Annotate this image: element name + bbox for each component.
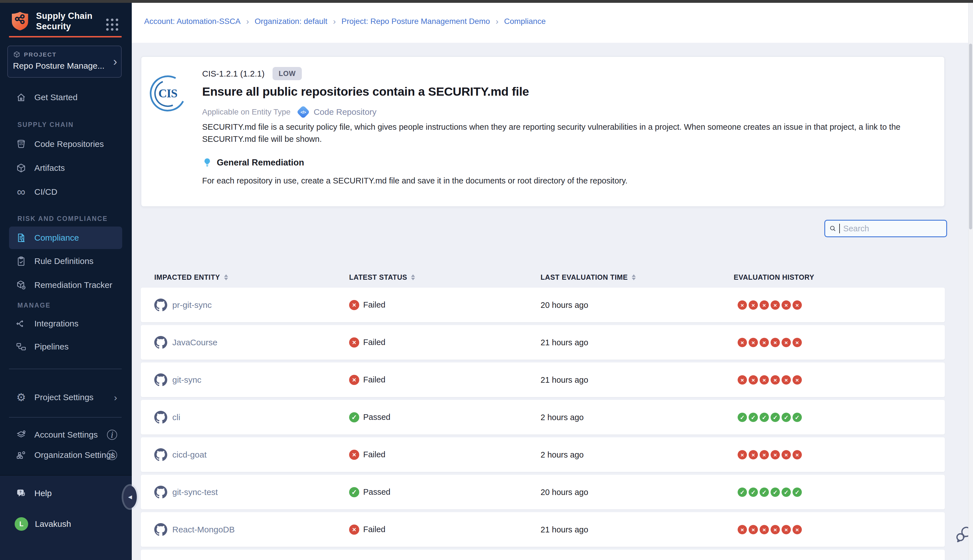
org-chart-gear-icon: [15, 448, 28, 462]
entity-name-link[interactable]: git-sync-test: [172, 487, 218, 497]
remediation-header: General Remediation: [203, 158, 304, 168]
sort-icon: [411, 274, 415, 280]
breadcrumb-account-link[interactable]: Account: Automation-SSCA: [144, 17, 240, 26]
sidebar-item-rule-definitions[interactable]: Rule Definitions: [9, 250, 122, 272]
entity-name-link[interactable]: JavaCourse: [172, 338, 217, 347]
text-caret: [839, 224, 840, 233]
info-icon[interactable]: i: [107, 450, 117, 460]
github-icon: [154, 373, 167, 387]
history-fail-icon: ×: [738, 338, 747, 347]
project-cube-icon: [13, 51, 20, 58]
breadcrumb-separator: ›: [333, 17, 336, 26]
status-label: Failed: [363, 450, 386, 459]
breadcrumb-compliance-link[interactable]: Compliance: [504, 17, 546, 26]
info-icon[interactable]: i: [107, 430, 117, 440]
breadcrumb-separator: ›: [496, 17, 498, 26]
sidebar-item-code-repositories[interactable]: </> Code Repositories: [9, 133, 122, 155]
table-row[interactable]: cli ✓ Passed 2 hours ago ✓✓✓✓✓✓: [141, 400, 945, 435]
app-title-line1: Supply Chain: [36, 11, 92, 21]
sidebar-item-pipelines[interactable]: Pipelines: [9, 335, 122, 358]
sidebar-section-manage: MANAGE: [17, 300, 51, 311]
infinity-icon: ∞: [15, 185, 28, 198]
sidebar-divider: [9, 417, 122, 418]
sidebar: Supply Chain Security PROJECT Repo Postu…: [0, 3, 132, 560]
evaluation-history: ××××××: [738, 338, 802, 347]
sidebar-item-user[interactable]: L Lavakush: [9, 513, 122, 535]
sidebar-collapse-button[interactable]: ◀: [124, 486, 137, 508]
table-row[interactable]: React-MongoDB × Failed 21 hours ago ××××…: [141, 512, 945, 547]
history-fail-icon: ×: [793, 450, 802, 459]
app-title-line2: Security: [36, 21, 92, 32]
main-scrollbar[interactable]: [968, 3, 973, 560]
history-fail-icon: ×: [759, 375, 769, 384]
status-label: Passed: [363, 413, 391, 422]
box-wrench-icon: [15, 278, 28, 292]
sidebar-item-cicd[interactable]: ∞ CI/CD: [9, 181, 122, 203]
artifact-box-icon: [15, 162, 28, 175]
github-icon: [154, 448, 167, 461]
table-header: IMPACTED ENTITY LATEST STATUS LAST EVALU…: [141, 267, 945, 287]
github-icon: [154, 336, 167, 349]
search-input[interactable]: [843, 224, 942, 233]
entity-name-link[interactable]: git-sync: [172, 375, 201, 385]
app-logo-row: Supply Chain Security: [11, 11, 92, 32]
github-icon: [154, 486, 167, 498]
sidebar-item-organization-settings[interactable]: Organization Settings i: [9, 444, 122, 466]
last-evaluation-time: 20 hours ago: [541, 300, 588, 310]
table-row[interactable]: cicd-goat × Failed 2 hours ago ××××××: [141, 437, 945, 472]
compliance-doc-icon: [15, 231, 28, 244]
sidebar-item-help[interactable]: ? Help: [9, 482, 122, 505]
entity-type-chip: </> Code Repository: [297, 107, 376, 117]
history-fail-icon: ×: [749, 338, 758, 347]
sidebar-item-project-settings[interactable]: ⚙ Project Settings ›: [9, 386, 122, 408]
history-fail-icon: ×: [781, 375, 791, 384]
status-label: Failed: [363, 375, 386, 384]
sidebar-item-integrations[interactable]: Integrations: [9, 312, 122, 335]
table-row[interactable]: pr-git-sync × Failed 20 hours ago ××××××: [141, 288, 945, 322]
status-icon: ×: [349, 375, 359, 385]
scrollbar-thumb[interactable]: [969, 43, 972, 229]
sidebar-item-get-started[interactable]: Get Started: [9, 86, 122, 108]
gear-icon: ⚙: [15, 391, 28, 404]
table-row[interactable]: git-sync-test ✓ Passed 20 hours ago ✓✓✓✓…: [141, 475, 945, 509]
table-row[interactable]: JavaCourse × Failed 21 hours ago ××××××: [141, 325, 945, 360]
table-row[interactable]: git-sync × Failed 21 hours ago ××××××: [141, 362, 945, 397]
sidebar-item-remediation-tracker[interactable]: Remediation Tracker: [9, 274, 122, 296]
collapse-left-icon: ◀: [128, 494, 132, 500]
table-row[interactable]: ✓ ✓✓✓✓✓✓: [141, 550, 945, 560]
breadcrumb-project-link[interactable]: Project: Repo Posture Management Demo: [342, 17, 490, 26]
entity-name-link[interactable]: pr-git-sync: [172, 300, 212, 310]
sidebar-item-account-settings[interactable]: Account Settings i: [9, 423, 122, 446]
sidebar-item-compliance[interactable]: Compliance: [9, 227, 122, 249]
project-name: Repo Posture Manage...: [13, 61, 116, 71]
history-pass-icon: ✓: [781, 413, 791, 422]
breadcrumb-organization-link[interactable]: Organization: default: [255, 17, 327, 26]
history-fail-icon: ×: [781, 450, 791, 459]
project-selector[interactable]: PROJECT Repo Posture Manage... ›: [7, 46, 122, 78]
entity-name-link[interactable]: cli: [172, 413, 180, 422]
sidebar-divider: [9, 368, 122, 369]
column-header-last-evaluation-time[interactable]: LAST EVALUATION TIME: [541, 267, 636, 287]
cis-logo: CIS: [150, 75, 186, 112]
history-fail-icon: ×: [749, 300, 758, 310]
history-fail-icon: ×: [793, 375, 802, 384]
search-box: [824, 220, 947, 237]
last-evaluation-time: 21 hours ago: [541, 525, 588, 534]
column-header-latest-status[interactable]: LATEST STATUS: [349, 267, 415, 287]
sidebar-item-label: Rule Definitions: [34, 257, 93, 266]
sidebar-item-artifacts[interactable]: Artifacts: [9, 157, 122, 179]
status-cell: × Failed: [349, 300, 386, 310]
entity-name-link[interactable]: React-MongoDB: [172, 525, 235, 534]
breadcrumb: Account: Automation-SSCA › Organization:…: [144, 16, 546, 27]
last-evaluation-time: 21 hours ago: [541, 338, 588, 347]
module-switcher-button[interactable]: [106, 18, 118, 31]
entity-name-link[interactable]: cicd-goat: [172, 450, 207, 460]
history-fail-icon: ×: [759, 450, 769, 459]
svg-text:</>: </>: [19, 143, 23, 146]
sidebar-section-supply-chain: SUPPLY CHAIN: [17, 119, 74, 130]
status-label: Failed: [363, 300, 386, 310]
entity-type-label: Applicable on Entity Type: [202, 107, 290, 117]
sidebar-item-label: Compliance: [34, 233, 79, 243]
column-header-impacted-entity[interactable]: IMPACTED ENTITY: [154, 267, 228, 287]
history-fail-icon: ×: [771, 338, 780, 347]
